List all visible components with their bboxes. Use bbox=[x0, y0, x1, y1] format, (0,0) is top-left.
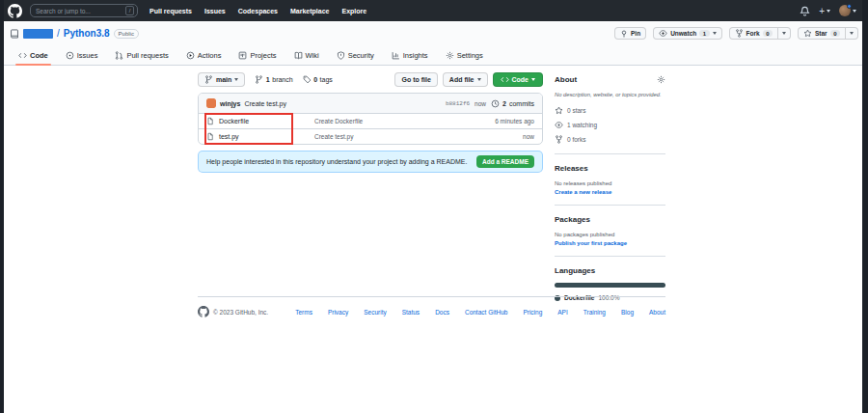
commit-hash-link[interactable]: b8812f6 bbox=[446, 100, 470, 107]
nav-marketplace[interactable]: Marketplace bbox=[290, 8, 329, 14]
star-count: 0 bbox=[830, 30, 840, 37]
tag-count-link[interactable]: 0 tags bbox=[303, 75, 333, 84]
create-release-link[interactable]: Create a new release bbox=[555, 189, 665, 195]
pull-request-icon bbox=[115, 51, 123, 60]
about-section: About No description, website, or topics… bbox=[555, 71, 665, 154]
forks-stat[interactable]: 0 forks bbox=[555, 135, 665, 144]
branch-count: 1 bbox=[266, 76, 270, 83]
chevron-down-icon bbox=[477, 78, 481, 81]
add-file-button[interactable]: Add file bbox=[443, 72, 488, 87]
github-logo-icon[interactable] bbox=[8, 4, 22, 18]
unwatch-button[interactable]: Unwatch 1 bbox=[653, 27, 721, 40]
commit-author-avatar[interactable] bbox=[206, 98, 216, 108]
tag-icon bbox=[303, 75, 312, 84]
play-icon bbox=[186, 51, 195, 60]
commit-count: 2 bbox=[502, 100, 506, 107]
stars-stat[interactable]: 0 stars bbox=[555, 106, 665, 115]
current-branch-label: main bbox=[216, 76, 231, 83]
chevron-down-icon bbox=[531, 78, 535, 81]
footer-link-docs[interactable]: Docs bbox=[435, 309, 449, 316]
repo-title: / Python3.8 Public bbox=[10, 28, 139, 39]
watching-stat[interactable]: 1 watching bbox=[555, 121, 665, 129]
packages-title: Packages bbox=[555, 215, 590, 224]
languages-title: Languages bbox=[555, 266, 595, 275]
star-button[interactable]: Star 0 bbox=[798, 27, 846, 40]
chevron-down-icon bbox=[234, 78, 238, 81]
branch-selector-button[interactable]: main bbox=[198, 72, 245, 87]
global-search[interactable]: / bbox=[30, 4, 138, 17]
add-readme-button[interactable]: Add a README bbox=[476, 155, 534, 168]
latest-commit-bar: winjys Create test.py b8812f6 now 2 comm… bbox=[199, 94, 542, 113]
commit-message-link[interactable]: Create test.py bbox=[244, 100, 286, 107]
footer-link-about[interactable]: About bbox=[649, 309, 665, 316]
footer-link-training[interactable]: Training bbox=[583, 309, 606, 316]
tab-actions[interactable]: Actions bbox=[179, 45, 229, 65]
topnav-right-controls: + bbox=[800, 5, 860, 16]
file-table: winjys Create test.py b8812f6 now 2 comm… bbox=[198, 93, 543, 145]
user-menu[interactable] bbox=[839, 5, 856, 16]
tab-settings[interactable]: Settings bbox=[439, 45, 490, 65]
tab-label: Insights bbox=[403, 51, 428, 60]
toolbar-right-buttons: Go to file Add file Code bbox=[394, 72, 543, 87]
releases-empty-text: No releases published bbox=[555, 180, 665, 186]
search-input[interactable] bbox=[36, 8, 125, 14]
footer-link-contact[interactable]: Contact GitHub bbox=[465, 309, 507, 316]
pin-button[interactable]: Pin bbox=[614, 27, 646, 40]
commit-author-link[interactable]: winjys bbox=[220, 100, 240, 107]
file-link-testpy[interactable]: test.py bbox=[206, 132, 314, 141]
file-icon bbox=[206, 117, 214, 125]
visibility-badge: Public bbox=[114, 29, 139, 39]
footer-link-blog[interactable]: Blog bbox=[621, 309, 634, 316]
stat-label: 0 stars bbox=[567, 107, 586, 114]
file-commit-message[interactable]: Create test.py bbox=[314, 133, 523, 140]
footer-link-pricing[interactable]: Pricing bbox=[523, 309, 542, 316]
footer-link-status[interactable]: Status bbox=[402, 309, 420, 316]
gear-icon bbox=[446, 51, 454, 60]
repo-name-link[interactable]: Python3.8 bbox=[64, 28, 110, 39]
code-download-button[interactable]: Code bbox=[493, 72, 544, 87]
tab-wiki[interactable]: Wiki bbox=[287, 45, 326, 65]
go-to-file-label: Go to file bbox=[401, 76, 430, 83]
file-name-label: Dockerfile bbox=[219, 118, 249, 124]
releases-title: Releases bbox=[555, 164, 588, 173]
file-link-dockerfile[interactable]: Dockerfile bbox=[206, 117, 314, 125]
file-commit-message[interactable]: Create Dockerfile bbox=[314, 118, 495, 124]
about-title: About bbox=[555, 75, 577, 84]
footer-link-security[interactable]: Security bbox=[364, 309, 386, 316]
notifications-bell-icon[interactable] bbox=[800, 6, 810, 16]
redacted-owner-name[interactable] bbox=[23, 29, 53, 39]
branch-count-link[interactable]: 1 branch bbox=[255, 75, 292, 84]
footer-link-terms[interactable]: Terms bbox=[295, 309, 312, 316]
footer-link-privacy[interactable]: Privacy bbox=[328, 309, 348, 316]
tab-label: Security bbox=[348, 51, 374, 60]
nav-codespaces[interactable]: Codespaces bbox=[238, 8, 278, 14]
tab-code[interactable]: Code bbox=[12, 45, 55, 65]
code-button-label: Code bbox=[512, 76, 529, 83]
branch-icon bbox=[204, 75, 213, 84]
chevron-down-icon bbox=[850, 32, 854, 35]
fork-button[interactable]: Fork 0 bbox=[729, 27, 778, 40]
issue-opened-icon bbox=[66, 51, 74, 60]
tab-projects[interactable]: Projects bbox=[231, 45, 283, 65]
nav-explore[interactable]: Explore bbox=[341, 8, 366, 14]
copyright-text: © 2023 GitHub, Inc. bbox=[213, 309, 268, 316]
commit-history-link[interactable]: 2 commits bbox=[491, 99, 534, 108]
releases-section: Releases No releases published Create a … bbox=[555, 154, 665, 206]
nav-pull-requests[interactable]: Pull requests bbox=[149, 8, 192, 14]
table-row: Dockerfile Create Dockerfile 6 minutes a… bbox=[199, 113, 542, 128]
fork-dropdown-button[interactable] bbox=[778, 27, 791, 40]
commit-count-label: commits bbox=[509, 100, 534, 107]
tab-insights[interactable]: Insights bbox=[385, 45, 435, 65]
unwatch-count: 1 bbox=[699, 30, 709, 37]
tab-issues[interactable]: Issues bbox=[59, 45, 105, 65]
tab-pull-requests[interactable]: Pull requests bbox=[108, 45, 175, 65]
footer-link-api[interactable]: API bbox=[557, 309, 567, 316]
file-icon bbox=[206, 132, 214, 141]
create-new-dropdown[interactable]: + bbox=[819, 6, 830, 16]
publish-package-link[interactable]: Publish your first package bbox=[555, 240, 665, 246]
go-to-file-button[interactable]: Go to file bbox=[394, 72, 437, 87]
gear-icon[interactable] bbox=[657, 75, 665, 84]
tab-security[interactable]: Security bbox=[330, 45, 381, 65]
nav-issues[interactable]: Issues bbox=[204, 8, 226, 14]
star-dropdown-button[interactable] bbox=[846, 27, 858, 40]
